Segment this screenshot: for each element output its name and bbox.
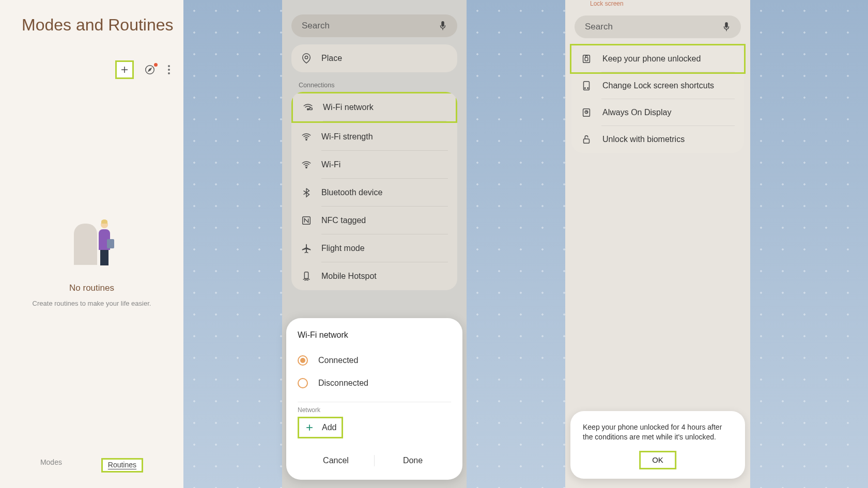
search-bar[interactable]: Search [291,14,457,37]
wifi-strength-icon [301,131,312,143]
no-routines-label: No routines [69,283,114,293]
connections-screen: Search Place Connections Wi-Fi network W… [282,0,467,488]
search-placeholder: Search [585,22,613,32]
location-pin-icon [301,53,312,64]
svg-point-10 [306,167,307,168]
nfc-label: NFC tagged [321,216,366,225]
notification-dot-icon [154,63,158,67]
svg-rect-22 [583,109,590,117]
nfc-icon [301,215,312,226]
wifi-network-icon [302,102,314,113]
network-section-label: Network [298,406,451,414]
svg-rect-17 [583,55,590,63]
wifi-network-label: Wi-Fi network [323,103,374,112]
tab-routines[interactable]: Routines [101,458,143,473]
toolbar [0,35,183,79]
biometrics-row[interactable]: Unlock with biometrics [571,126,744,153]
hotspot-label: Mobile Hotspot [321,272,377,281]
svg-point-9 [306,139,307,140]
svg-rect-18 [585,57,588,60]
svg-point-20 [584,88,585,89]
place-label: Place [321,54,342,63]
flight-mode-row[interactable]: Flight mode [291,234,457,262]
dialog-buttons: Cancel Done [298,451,451,470]
done-button[interactable]: Done [375,451,451,470]
wifi-label: Wi-Fi [321,160,340,169]
disconnected-label: Disconnected [318,379,368,388]
connected-label: Connected [318,356,358,365]
connections-header: Connections [282,72,467,92]
svg-marker-3 [148,68,151,71]
divider [298,402,451,402]
svg-rect-26 [584,139,590,143]
svg-rect-12 [304,272,308,279]
discover-button[interactable] [144,64,156,75]
cancel-button[interactable]: Cancel [298,451,374,470]
page-title: Modes and Routines [0,0,183,35]
change-shortcuts-row[interactable]: Change Lock screen shortcuts [571,72,744,99]
lockscreen-link[interactable]: Lock screen [565,0,750,11]
wifi-network-row[interactable]: Wi-Fi network [291,92,457,123]
hotspot-icon [301,271,312,282]
svg-rect-15 [725,22,727,28]
connections-section: Wi-Fi network Wi-Fi strength Wi-Fi Bluet… [291,92,457,290]
ok-button[interactable]: OK [639,451,676,469]
microphone-icon[interactable] [722,22,731,32]
radio-icon [298,378,308,388]
svg-rect-4 [441,21,444,27]
search-bar[interactable]: Search [575,15,741,38]
svg-point-21 [587,88,588,89]
keep-unlocked-row[interactable]: Keep your phone unlocked [570,44,746,74]
add-label: Add [322,423,336,432]
shortcuts-icon [581,80,592,91]
plus-icon [304,422,315,433]
keep-unlocked-icon [581,53,592,65]
airplane-icon [301,243,312,254]
add-network-button[interactable]: Add [298,417,343,438]
ok-label: OK [652,455,663,464]
svg-point-7 [307,108,309,110]
tab-modes[interactable]: Modes [40,458,62,473]
radio-icon [298,355,308,366]
lockscreen-actions-screen: Lock screen Search Keep your phone unloc… [565,0,750,488]
empty-state: No routines Create routines to make your… [0,79,183,449]
bottom-tabs: Modes Routines [0,449,183,488]
flight-mode-label: Flight mode [321,244,365,253]
aod-icon [581,107,592,118]
search-placeholder: Search [302,21,330,31]
place-section: Place [291,44,457,72]
svg-rect-8 [309,108,313,110]
place-row[interactable]: Place [291,44,457,72]
hotspot-row[interactable]: Mobile Hotspot [291,262,457,290]
bluetooth-row[interactable]: Bluetooth device [291,179,457,207]
connected-radio-row[interactable]: Connected [298,349,451,372]
modes-routines-screen: Modes and Routines No routines Create ro… [0,0,183,488]
change-shortcuts-label: Change Lock screen shortcuts [602,81,714,90]
background-gap [183,0,282,488]
add-routine-button[interactable] [115,60,134,79]
more-options-button[interactable] [166,65,172,74]
background-gap [467,0,565,488]
wifi-icon [301,159,312,170]
wifi-strength-label: Wi-Fi strength [321,132,373,141]
wifi-row[interactable]: Wi-Fi [291,151,457,179]
lockscreen-options: Keep your phone unlocked Change Lock scr… [571,44,744,153]
toast-text: Keep your phone unlocked for 4 hours aft… [583,422,733,443]
biometrics-label: Unlock with biometrics [602,135,685,144]
background-gap [750,0,868,488]
unlock-icon [581,134,592,145]
microphone-icon[interactable] [439,21,447,31]
person-illustration-icon [74,221,110,267]
wifi-strength-row[interactable]: Wi-Fi strength [291,123,457,151]
nfc-row[interactable]: NFC tagged [291,207,457,234]
wifi-network-dialog: Wi-Fi network Connected Disconnected Net… [286,318,462,480]
disconnected-radio-row[interactable]: Disconnected [298,372,451,395]
keep-unlocked-label: Keep your phone unlocked [602,54,701,64]
info-toast: Keep your phone unlocked for 4 hours aft… [570,411,745,479]
empty-subtitle: Create routines to make your life easier… [33,300,151,307]
aod-label: Always On Display [602,108,671,117]
bluetooth-label: Bluetooth device [321,188,382,197]
dialog-title: Wi-Fi network [298,330,451,340]
plus-icon [120,65,129,74]
aod-row[interactable]: Always On Display [571,99,744,126]
